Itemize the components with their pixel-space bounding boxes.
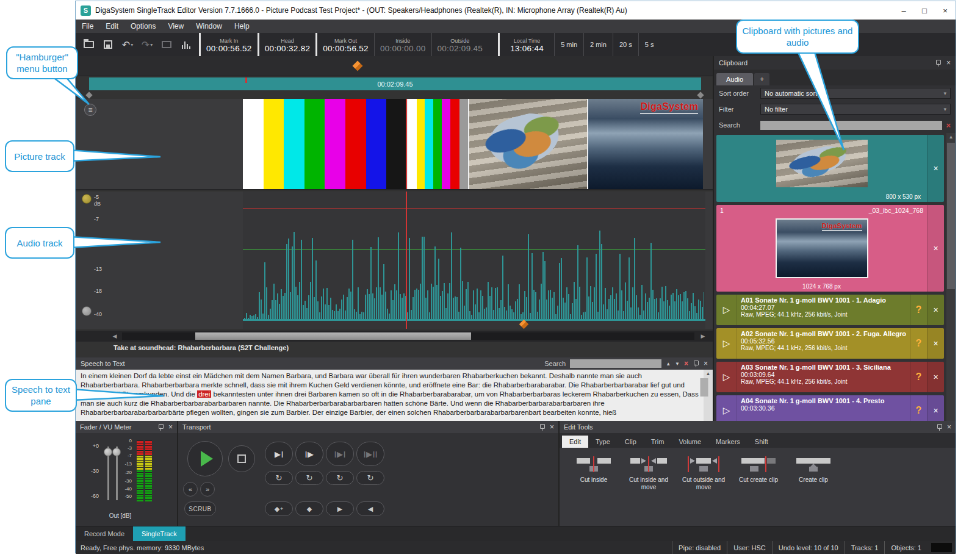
sort-order-dropdown[interactable]: No automatic sort ▾ [760,88,951,99]
play-outside-button[interactable]: |▶|| [356,442,384,466]
open-button[interactable] [79,35,98,54]
clipboard-audio-item[interactable]: ▷ A01 Sonate Nr. 1 g-moll BWV 1001 - 1. … [716,295,944,325]
add-marker-button[interactable]: ◆+ [265,501,293,516]
create-clip-tool[interactable]: Create clip [787,455,840,526]
minimize-button[interactable]: – [893,1,914,20]
clipboard-audio-item[interactable]: ▷ A03 Sonate Nr. 1 g-moll BWV 1001 - 3. … [716,362,944,392]
loop-outside-button[interactable]: ↻ [356,471,384,485]
clipboard-audio-item[interactable]: ▷ A04 Sonate Nr. 1 g-moll BWV 1001 - 4. … [716,395,944,421]
timeline-ruler[interactable] [76,56,713,76]
previous-marker-button[interactable]: ◀ [356,501,384,516]
tab-trim[interactable]: Trim [644,436,672,448]
remove-button[interactable]: × [927,395,944,421]
scrollbar-track[interactable] [122,332,694,340]
panel-close-button[interactable]: × [550,423,554,431]
scroll-left-button[interactable]: ◀ [110,332,120,340]
digasystem-picture-clip[interactable]: DigaSystem [588,99,703,189]
search-clear-button[interactable]: × [684,359,688,368]
tab-type[interactable]: Type [588,436,618,448]
cut-outside-move-tool[interactable]: Cut outside and move [677,455,730,526]
remove-button[interactable]: × [927,135,944,202]
tab-audio[interactable]: Audio [716,73,753,85]
clipboard-audio-item[interactable]: ▷ A02 Sonate Nr. 1 g-moll BWV 1001 - 2. … [716,328,944,359]
clipboard-search-input[interactable] [760,121,942,130]
time-field-inside[interactable]: Inside 00:00:00.00 [374,33,431,56]
picture-track[interactable]: ≡ DigaSystem [76,99,713,190]
skip-forward-button[interactable]: » [200,482,215,497]
time-field-mark-in[interactable]: Mark In 00:00:56.52 [199,33,258,56]
zoom-5s-button[interactable]: 5 s [638,33,660,56]
volume-knob[interactable] [82,306,92,316]
scrollbar-thumb[interactable] [195,332,471,340]
s2t-search-input[interactable] [570,359,661,368]
remove-marker-button[interactable]: ◆ [295,501,323,516]
pin-icon[interactable] [935,60,942,66]
gain-knob[interactable] [82,194,92,204]
info-button[interactable]: ? [910,395,927,421]
panel-close-button[interactable]: × [947,423,951,431]
zoom-2min-button[interactable]: 2 min [583,33,613,56]
scroll-right-button[interactable]: ▶ [698,332,708,340]
export-picture-button[interactable] [157,35,176,54]
clipboard-picture-item[interactable]: 800 x 530 px × [716,135,944,202]
play-button[interactable]: ▷ [716,328,737,359]
panel-close-button[interactable]: × [168,423,173,431]
loop-play-from-button[interactable]: ↻ [295,471,323,485]
time-field-head[interactable]: Head 00:00:32.82 [258,33,316,56]
tab-edit[interactable]: Edit [562,436,588,448]
menu-window[interactable]: Window [190,20,228,33]
close-button[interactable]: × [935,1,956,20]
pin-icon[interactable] [936,424,943,431]
menu-edit[interactable]: Edit [99,20,124,33]
undo-button[interactable]: ↶▾ [118,35,137,54]
hamburger-menu-button[interactable]: ≡ [84,104,96,116]
play-button[interactable]: ▷ [716,295,737,325]
cut-inside-tool[interactable]: Cut inside [567,455,621,526]
scrollbar-thumb[interactable] [947,143,955,289]
tab-singletrack[interactable]: SingleTrack [133,526,186,541]
zoom-5min-button[interactable]: 5 min [554,33,583,56]
clipboard-scrollbar[interactable]: ▲ [946,133,956,421]
waveform-area[interactable] [243,192,705,329]
scroll-up-button[interactable]: ▲ [946,133,956,142]
remove-button[interactable]: × [927,205,944,292]
cut-create-clip-tool[interactable]: Cut create clip [732,455,785,526]
save-button[interactable] [99,35,117,54]
time-field-outside[interactable]: Outside 00:02:09.45 [431,33,489,56]
clipboard-close-button[interactable]: × [946,59,951,67]
tab-clip[interactable]: Clip [618,436,644,448]
remove-button[interactable]: × [927,295,944,325]
menu-options[interactable]: Options [124,20,162,33]
search-down-button[interactable]: ▼ [675,361,680,367]
range-marker-right[interactable] [697,92,704,98]
scrub-button[interactable]: SCRUB [184,501,216,516]
add-tab-button[interactable]: + [754,73,769,85]
loop-play-to-button[interactable]: ↻ [265,471,293,485]
colorbar-clip-1[interactable] [243,99,408,189]
search-clear-button[interactable]: × [946,121,951,130]
search-up-button[interactable]: ▲ [666,361,671,367]
s2t-scrollbar[interactable]: ▲ [704,370,713,421]
playhead[interactable] [406,99,407,189]
info-button[interactable]: ? [910,328,927,359]
zoom-20s-button[interactable]: 20 s [613,33,638,56]
tab-shift[interactable]: Shift [747,436,776,448]
scrollbar-thumb[interactable] [701,378,708,397]
s2t-close-button[interactable]: × [704,359,708,368]
pin-icon[interactable] [539,424,546,431]
clipboard-picture-item[interactable]: 1 _03_ibc_1024_768 DigaSystem 1024 x 768… [716,205,944,292]
tab-record-mode[interactable]: Record Mode [76,526,133,541]
lizard-picture-clip[interactable] [469,99,588,189]
horizontal-scrollbar[interactable]: ◀ ▶ [76,331,713,342]
play-from-mark-button[interactable]: |▶ [295,442,323,466]
tab-markers[interactable]: Markers [708,436,747,448]
next-marker-button[interactable]: ▶ [326,501,354,516]
pin-icon[interactable] [157,424,164,431]
colorbar-clip-2[interactable] [408,99,469,189]
menu-file[interactable]: File [76,20,99,33]
play-button[interactable]: ▷ [716,395,737,421]
audio-routing-button[interactable] [177,35,195,54]
stop-button[interactable] [228,445,255,472]
loop-inside-button[interactable]: ↻ [326,471,354,485]
play-button[interactable]: ▷ [716,362,737,392]
